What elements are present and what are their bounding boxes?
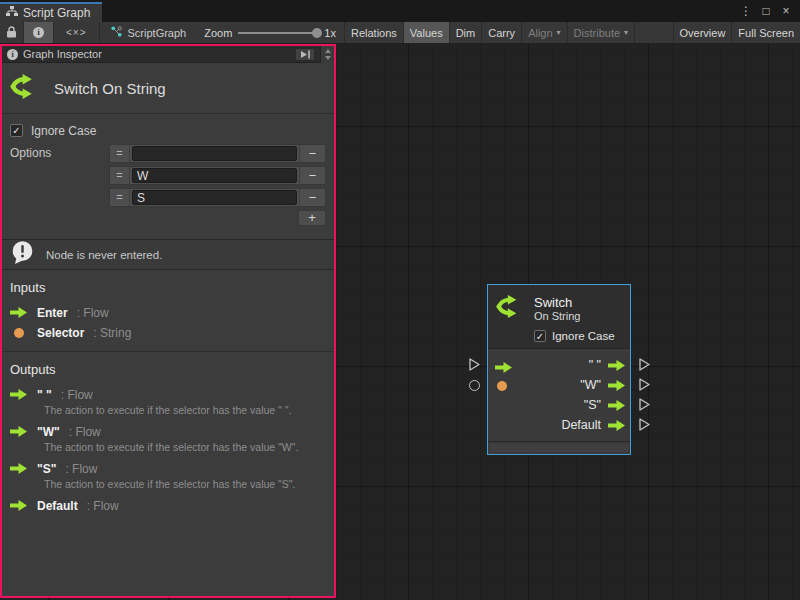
output-port-row: "W" : Flow	[10, 423, 326, 440]
tab-label: Script Graph	[23, 6, 90, 20]
external-output-stub[interactable]	[637, 377, 652, 396]
graph-inspector-panel: i Graph Inspector Switch On String ✓ Ign…	[0, 44, 336, 598]
values-button[interactable]: Values	[404, 22, 450, 43]
output-port-row[interactable]: Default	[493, 415, 625, 435]
full-screen-label: Full Screen	[738, 27, 794, 39]
overview-button[interactable]: Overview	[673, 22, 733, 43]
scroll-down-icon[interactable]	[325, 56, 331, 60]
align-button[interactable]: Align ▾	[522, 22, 567, 43]
flow-arrow-icon	[10, 426, 28, 437]
distribute-button[interactable]: Distribute ▾	[568, 22, 635, 43]
external-input-flow-stub[interactable]	[467, 357, 482, 376]
port-name: "W"	[37, 425, 60, 439]
drag-handle-icon[interactable]: =	[110, 189, 130, 206]
zoom-slider-handle[interactable]	[312, 28, 322, 38]
drag-handle-icon[interactable]: =	[110, 145, 130, 162]
zoom-label: Zoom	[204, 27, 232, 39]
port-type: : Flow	[87, 499, 119, 513]
port-type: : Flow	[61, 388, 93, 402]
switch-node-body: " " "W" "S" Default	[488, 348, 630, 441]
values-label: Values	[410, 27, 443, 39]
option-input[interactable]	[132, 190, 297, 205]
external-output-stub[interactable]	[637, 397, 652, 416]
breadcrumb[interactable]: ScriptGraph	[100, 22, 197, 43]
info-icon: i	[7, 49, 18, 60]
ignore-case-label: Ignore Case	[31, 124, 96, 138]
external-input-value-stub[interactable]	[469, 380, 480, 391]
flow-arrow-icon	[10, 500, 28, 511]
tab-script-graph[interactable]: Script Graph	[0, 2, 102, 22]
input-value-port-icon[interactable]	[497, 381, 507, 391]
flow-arrow-icon	[10, 389, 28, 400]
distribute-label: Distribute	[574, 27, 620, 39]
dock-panel-button[interactable]	[295, 48, 315, 61]
remove-option-button[interactable]: −	[299, 167, 325, 184]
scroll-up-icon[interactable]	[325, 49, 331, 53]
input-port-row: Selector : String	[10, 324, 326, 341]
remove-option-button[interactable]: −	[299, 145, 325, 162]
code-preview-button[interactable]: <×>	[54, 22, 100, 43]
chevron-down-icon: ▾	[624, 28, 628, 37]
maximize-icon[interactable]: □	[758, 4, 774, 18]
carry-button[interactable]: Carry	[482, 22, 522, 43]
port-type: : String	[93, 326, 131, 340]
output-port-row: " " : Flow	[10, 386, 326, 403]
option-input[interactable]	[132, 168, 297, 183]
port-description: The action to execute if the selector ha…	[44, 441, 326, 453]
relations-button[interactable]: Relations	[345, 22, 404, 43]
switch-icon	[496, 292, 525, 325]
remove-option-button[interactable]: −	[299, 189, 325, 206]
panel-scroll-spinner[interactable]	[320, 46, 334, 63]
switch-node[interactable]: Switch On String ✓ Ignore Case " " "W"	[487, 284, 631, 455]
warning-text: Node is never entered.	[46, 249, 162, 261]
add-option-button[interactable]: +	[298, 210, 326, 226]
output-port-label: Default	[561, 418, 601, 432]
options-label: Options	[10, 144, 109, 160]
inspector-header: i Graph Inspector	[2, 46, 334, 63]
output-port-row: Default : Flow	[10, 497, 326, 514]
node-title: Switch	[534, 295, 580, 310]
node-ignore-case-checkbox[interactable]: ✓	[534, 330, 546, 342]
align-label: Align	[528, 27, 552, 39]
ignore-case-checkbox[interactable]: ✓	[10, 124, 23, 137]
drag-handle-icon[interactable]: =	[110, 167, 130, 184]
output-port-row[interactable]: "W"	[493, 375, 625, 395]
switch-node-header[interactable]: Switch On String ✓ Ignore Case	[488, 285, 630, 348]
warning-bubble-icon	[10, 240, 35, 270]
option-row: = −	[109, 188, 326, 207]
chevron-down-icon: ▾	[557, 28, 561, 37]
port-name: "S"	[37, 462, 56, 476]
option-input[interactable]	[132, 146, 297, 161]
flow-arrow-icon	[608, 360, 625, 371]
flow-arrow-icon	[608, 400, 625, 411]
window-controls: ⋮ □ ×	[738, 0, 800, 22]
relations-label: Relations	[351, 27, 397, 39]
output-port-row[interactable]: "S"	[493, 395, 625, 415]
close-icon[interactable]: ×	[778, 4, 794, 18]
input-flow-port-icon[interactable]	[495, 359, 512, 377]
inputs-section: Inputs Enter : Flow Selector : String	[2, 270, 334, 352]
zoom-slider[interactable]	[238, 32, 318, 34]
full-screen-button[interactable]: Full Screen	[732, 22, 800, 43]
dim-label: Dim	[456, 27, 476, 39]
inspector-title: Graph Inspector	[23, 48, 102, 60]
dim-button[interactable]: Dim	[450, 22, 483, 43]
node-ignore-case-label: Ignore Case	[552, 330, 615, 342]
window-menu-icon[interactable]: ⋮	[738, 4, 754, 18]
external-output-stub[interactable]	[637, 357, 652, 376]
toolbar-spacer	[635, 22, 672, 43]
output-port-label: " "	[589, 358, 601, 372]
external-output-stub[interactable]	[637, 417, 652, 436]
output-port-row: "S" : Flow	[10, 460, 326, 477]
lock-button[interactable]	[0, 22, 24, 43]
value-dot-icon	[10, 328, 28, 338]
port-name: Selector	[37, 326, 84, 340]
option-row: = −	[109, 166, 326, 185]
inspector-toggle-button[interactable]: i	[24, 22, 54, 43]
outputs-section: Outputs " " : Flow The action to execute…	[2, 352, 334, 519]
output-port-row[interactable]: " "	[493, 355, 625, 375]
carry-label: Carry	[488, 27, 515, 39]
output-port-label: "S"	[584, 398, 601, 412]
option-row: = −	[109, 144, 326, 163]
zoom-value: 1x	[324, 27, 336, 39]
